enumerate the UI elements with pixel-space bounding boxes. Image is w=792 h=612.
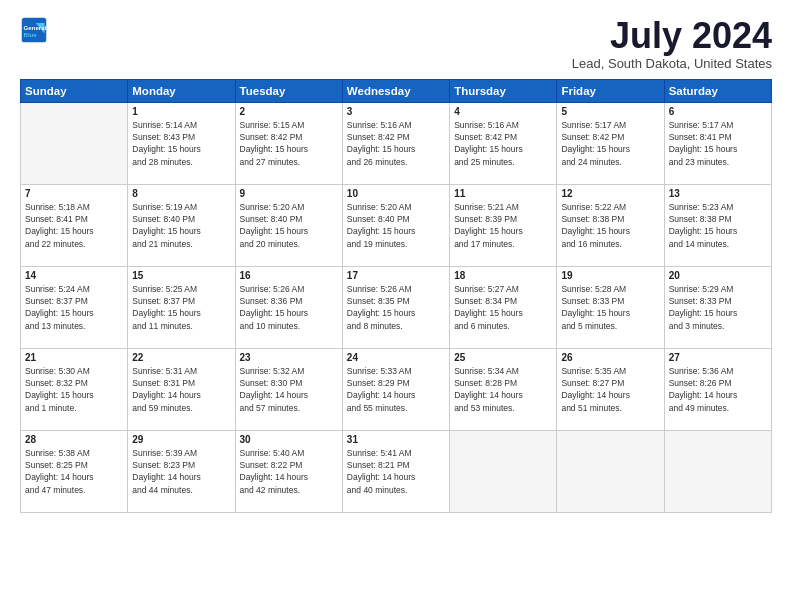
calendar-cell: 26Sunrise: 5:35 AM Sunset: 8:27 PM Dayli… <box>557 348 664 430</box>
day-number: 16 <box>240 270 338 281</box>
week-row-4: 28Sunrise: 5:38 AM Sunset: 8:25 PM Dayli… <box>21 430 772 512</box>
day-info: Sunrise: 5:36 AM Sunset: 8:26 PM Dayligh… <box>669 365 767 414</box>
day-number: 29 <box>132 434 230 445</box>
day-number: 1 <box>132 106 230 117</box>
svg-text:General: General <box>24 24 47 31</box>
day-number: 4 <box>454 106 552 117</box>
calendar-cell: 9Sunrise: 5:20 AM Sunset: 8:40 PM Daylig… <box>235 184 342 266</box>
calendar-cell: 31Sunrise: 5:41 AM Sunset: 8:21 PM Dayli… <box>342 430 449 512</box>
day-number: 20 <box>669 270 767 281</box>
calendar-cell: 3Sunrise: 5:16 AM Sunset: 8:42 PM Daylig… <box>342 102 449 184</box>
calendar-cell: 16Sunrise: 5:26 AM Sunset: 8:36 PM Dayli… <box>235 266 342 348</box>
day-info: Sunrise: 5:16 AM Sunset: 8:42 PM Dayligh… <box>454 119 552 168</box>
calendar-cell: 7Sunrise: 5:18 AM Sunset: 8:41 PM Daylig… <box>21 184 128 266</box>
day-number: 8 <box>132 188 230 199</box>
day-number: 21 <box>25 352 123 363</box>
day-info: Sunrise: 5:26 AM Sunset: 8:36 PM Dayligh… <box>240 283 338 332</box>
day-info: Sunrise: 5:17 AM Sunset: 8:42 PM Dayligh… <box>561 119 659 168</box>
calendar-cell: 29Sunrise: 5:39 AM Sunset: 8:23 PM Dayli… <box>128 430 235 512</box>
calendar-cell: 25Sunrise: 5:34 AM Sunset: 8:28 PM Dayli… <box>450 348 557 430</box>
day-info: Sunrise: 5:23 AM Sunset: 8:38 PM Dayligh… <box>669 201 767 250</box>
day-number: 18 <box>454 270 552 281</box>
day-info: Sunrise: 5:34 AM Sunset: 8:28 PM Dayligh… <box>454 365 552 414</box>
day-number: 31 <box>347 434 445 445</box>
calendar-cell: 20Sunrise: 5:29 AM Sunset: 8:33 PM Dayli… <box>664 266 771 348</box>
month-title: July 2024 <box>572 16 772 56</box>
day-number: 15 <box>132 270 230 281</box>
calendar-table: SundayMondayTuesdayWednesdayThursdayFrid… <box>20 79 772 513</box>
calendar-cell: 28Sunrise: 5:38 AM Sunset: 8:25 PM Dayli… <box>21 430 128 512</box>
calendar-cell: 6Sunrise: 5:17 AM Sunset: 8:41 PM Daylig… <box>664 102 771 184</box>
calendar-cell: 8Sunrise: 5:19 AM Sunset: 8:40 PM Daylig… <box>128 184 235 266</box>
day-info: Sunrise: 5:26 AM Sunset: 8:35 PM Dayligh… <box>347 283 445 332</box>
calendar-cell: 21Sunrise: 5:30 AM Sunset: 8:32 PM Dayli… <box>21 348 128 430</box>
calendar-cell: 11Sunrise: 5:21 AM Sunset: 8:39 PM Dayli… <box>450 184 557 266</box>
calendar-cell: 12Sunrise: 5:22 AM Sunset: 8:38 PM Dayli… <box>557 184 664 266</box>
day-number: 13 <box>669 188 767 199</box>
day-info: Sunrise: 5:29 AM Sunset: 8:33 PM Dayligh… <box>669 283 767 332</box>
day-info: Sunrise: 5:19 AM Sunset: 8:40 PM Dayligh… <box>132 201 230 250</box>
logo-icon: General Blue <box>20 16 48 44</box>
calendar-cell: 15Sunrise: 5:25 AM Sunset: 8:37 PM Dayli… <box>128 266 235 348</box>
page: General Blue July 2024 Lead, South Dakot… <box>0 0 792 612</box>
day-number: 12 <box>561 188 659 199</box>
day-number: 14 <box>25 270 123 281</box>
calendar-cell: 10Sunrise: 5:20 AM Sunset: 8:40 PM Dayli… <box>342 184 449 266</box>
day-number: 7 <box>25 188 123 199</box>
day-info: Sunrise: 5:16 AM Sunset: 8:42 PM Dayligh… <box>347 119 445 168</box>
weekday-monday: Monday <box>128 79 235 102</box>
calendar-cell: 18Sunrise: 5:27 AM Sunset: 8:34 PM Dayli… <box>450 266 557 348</box>
calendar-cell <box>664 430 771 512</box>
calendar-cell: 22Sunrise: 5:31 AM Sunset: 8:31 PM Dayli… <box>128 348 235 430</box>
day-info: Sunrise: 5:21 AM Sunset: 8:39 PM Dayligh… <box>454 201 552 250</box>
day-info: Sunrise: 5:39 AM Sunset: 8:23 PM Dayligh… <box>132 447 230 496</box>
day-info: Sunrise: 5:22 AM Sunset: 8:38 PM Dayligh… <box>561 201 659 250</box>
week-row-3: 21Sunrise: 5:30 AM Sunset: 8:32 PM Dayli… <box>21 348 772 430</box>
header: General Blue July 2024 Lead, South Dakot… <box>20 16 772 71</box>
day-info: Sunrise: 5:20 AM Sunset: 8:40 PM Dayligh… <box>347 201 445 250</box>
calendar-cell: 23Sunrise: 5:32 AM Sunset: 8:30 PM Dayli… <box>235 348 342 430</box>
day-info: Sunrise: 5:35 AM Sunset: 8:27 PM Dayligh… <box>561 365 659 414</box>
day-number: 2 <box>240 106 338 117</box>
calendar-cell: 17Sunrise: 5:26 AM Sunset: 8:35 PM Dayli… <box>342 266 449 348</box>
calendar-body: 1Sunrise: 5:14 AM Sunset: 8:43 PM Daylig… <box>21 102 772 512</box>
weekday-tuesday: Tuesday <box>235 79 342 102</box>
calendar-cell: 5Sunrise: 5:17 AM Sunset: 8:42 PM Daylig… <box>557 102 664 184</box>
day-number: 17 <box>347 270 445 281</box>
weekday-header: SundayMondayTuesdayWednesdayThursdayFrid… <box>21 79 772 102</box>
day-number: 5 <box>561 106 659 117</box>
day-number: 9 <box>240 188 338 199</box>
day-info: Sunrise: 5:20 AM Sunset: 8:40 PM Dayligh… <box>240 201 338 250</box>
day-number: 28 <box>25 434 123 445</box>
week-row-0: 1Sunrise: 5:14 AM Sunset: 8:43 PM Daylig… <box>21 102 772 184</box>
day-info: Sunrise: 5:28 AM Sunset: 8:33 PM Dayligh… <box>561 283 659 332</box>
calendar-cell: 2Sunrise: 5:15 AM Sunset: 8:42 PM Daylig… <box>235 102 342 184</box>
day-info: Sunrise: 5:41 AM Sunset: 8:21 PM Dayligh… <box>347 447 445 496</box>
day-info: Sunrise: 5:30 AM Sunset: 8:32 PM Dayligh… <box>25 365 123 414</box>
weekday-sunday: Sunday <box>21 79 128 102</box>
day-number: 19 <box>561 270 659 281</box>
day-info: Sunrise: 5:31 AM Sunset: 8:31 PM Dayligh… <box>132 365 230 414</box>
calendar-cell: 1Sunrise: 5:14 AM Sunset: 8:43 PM Daylig… <box>128 102 235 184</box>
weekday-wednesday: Wednesday <box>342 79 449 102</box>
calendar-cell: 19Sunrise: 5:28 AM Sunset: 8:33 PM Dayli… <box>557 266 664 348</box>
logo: General Blue <box>20 16 48 44</box>
day-number: 26 <box>561 352 659 363</box>
day-info: Sunrise: 5:24 AM Sunset: 8:37 PM Dayligh… <box>25 283 123 332</box>
day-info: Sunrise: 5:14 AM Sunset: 8:43 PM Dayligh… <box>132 119 230 168</box>
calendar-cell <box>21 102 128 184</box>
day-number: 6 <box>669 106 767 117</box>
day-info: Sunrise: 5:40 AM Sunset: 8:22 PM Dayligh… <box>240 447 338 496</box>
day-number: 22 <box>132 352 230 363</box>
day-number: 11 <box>454 188 552 199</box>
calendar-cell: 27Sunrise: 5:36 AM Sunset: 8:26 PM Dayli… <box>664 348 771 430</box>
week-row-2: 14Sunrise: 5:24 AM Sunset: 8:37 PM Dayli… <box>21 266 772 348</box>
location: Lead, South Dakota, United States <box>572 56 772 71</box>
day-info: Sunrise: 5:25 AM Sunset: 8:37 PM Dayligh… <box>132 283 230 332</box>
week-row-1: 7Sunrise: 5:18 AM Sunset: 8:41 PM Daylig… <box>21 184 772 266</box>
day-info: Sunrise: 5:27 AM Sunset: 8:34 PM Dayligh… <box>454 283 552 332</box>
day-number: 30 <box>240 434 338 445</box>
calendar-cell: 14Sunrise: 5:24 AM Sunset: 8:37 PM Dayli… <box>21 266 128 348</box>
calendar-cell: 13Sunrise: 5:23 AM Sunset: 8:38 PM Dayli… <box>664 184 771 266</box>
day-info: Sunrise: 5:15 AM Sunset: 8:42 PM Dayligh… <box>240 119 338 168</box>
